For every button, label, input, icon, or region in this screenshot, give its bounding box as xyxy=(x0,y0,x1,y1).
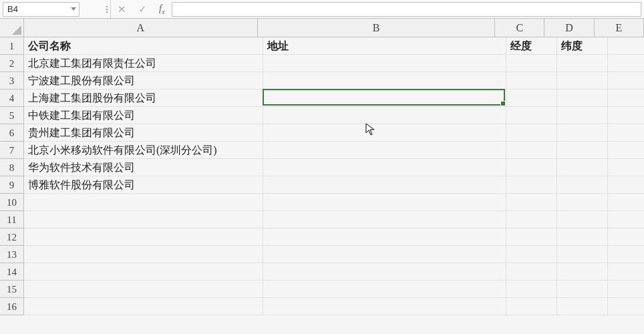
cell[interactable]: 北京建工集团有限责任公司 xyxy=(24,55,263,72)
row-header-6[interactable]: 6 xyxy=(0,124,24,142)
confirm-icon[interactable]: ✓ xyxy=(138,3,147,15)
cell[interactable] xyxy=(263,90,506,107)
cell[interactable]: 地址 xyxy=(263,37,506,55)
col-header-B[interactable]: B xyxy=(258,19,496,37)
cell[interactable] xyxy=(263,55,506,72)
cell[interactable] xyxy=(557,263,608,281)
cell[interactable] xyxy=(24,228,263,246)
row-header-15[interactable]: 15 xyxy=(0,281,24,298)
cell[interactable] xyxy=(506,263,557,281)
row-header-4[interactable]: 4 xyxy=(0,90,24,107)
cell[interactable] xyxy=(506,55,557,72)
cell[interactable] xyxy=(608,142,644,159)
cell[interactable] xyxy=(608,107,644,124)
cell[interactable] xyxy=(506,211,557,228)
row-header-5[interactable]: 5 xyxy=(0,107,24,124)
cell[interactable] xyxy=(608,72,644,90)
cell[interactable] xyxy=(263,298,506,315)
fx-icon[interactable]: fx xyxy=(159,3,165,15)
cell[interactable] xyxy=(263,159,506,176)
cell[interactable] xyxy=(506,246,557,263)
cell[interactable]: 宁波建工股份有限公司 xyxy=(24,72,263,90)
cell[interactable] xyxy=(506,142,557,159)
cell[interactable] xyxy=(557,298,608,315)
col-header-E[interactable]: E xyxy=(595,19,644,37)
cell[interactable]: 中铁建工集团有限公司 xyxy=(24,107,263,124)
cell[interactable]: 上海建工集团股份有限公司 xyxy=(24,90,263,107)
cell[interactable] xyxy=(506,228,557,246)
cell[interactable] xyxy=(506,107,557,124)
cell[interactable] xyxy=(608,263,644,281)
row-header-11[interactable]: 11 xyxy=(0,211,24,228)
cell[interactable] xyxy=(557,246,608,263)
cell[interactable]: 经度 xyxy=(506,37,557,55)
cell[interactable] xyxy=(557,228,608,246)
row-header-9[interactable]: 9 xyxy=(0,176,24,194)
row-header-1[interactable]: 1 xyxy=(0,37,24,55)
row-header-8[interactable]: 8 xyxy=(0,159,24,176)
cell[interactable] xyxy=(263,107,506,124)
cell[interactable] xyxy=(263,142,506,159)
cancel-icon[interactable]: ✕ xyxy=(118,3,126,15)
cell[interactable] xyxy=(608,124,644,142)
cell[interactable] xyxy=(608,90,644,107)
cell[interactable] xyxy=(506,194,557,211)
cell[interactable] xyxy=(263,176,506,194)
chevron-down-icon[interactable] xyxy=(71,7,76,11)
cell[interactable] xyxy=(24,263,263,281)
cell[interactable] xyxy=(24,298,263,315)
select-all-corner[interactable] xyxy=(0,19,24,37)
cell[interactable] xyxy=(608,228,644,246)
cell[interactable] xyxy=(263,72,506,90)
cell[interactable] xyxy=(263,124,506,142)
formula-input[interactable] xyxy=(172,2,641,17)
cell[interactable] xyxy=(608,159,644,176)
row-header-13[interactable]: 13 xyxy=(0,246,24,263)
cell[interactable]: 华为软件技术有限公司 xyxy=(24,159,263,176)
cell[interactable] xyxy=(263,246,506,263)
cell[interactable] xyxy=(557,194,608,211)
cell[interactable] xyxy=(506,124,557,142)
name-box[interactable]: B4 xyxy=(3,2,79,17)
row-header-2[interactable]: 2 xyxy=(0,55,24,72)
cell[interactable] xyxy=(263,228,506,246)
col-header-D[interactable]: D xyxy=(544,19,594,37)
cell[interactable] xyxy=(608,176,644,194)
cell[interactable] xyxy=(608,55,644,72)
cell[interactable] xyxy=(506,298,557,315)
row-header-3[interactable]: 3 xyxy=(0,72,24,90)
cell[interactable] xyxy=(557,176,608,194)
cell[interactable] xyxy=(608,246,644,263)
row-header-7[interactable]: 7 xyxy=(0,142,24,159)
cell[interactable] xyxy=(506,281,557,298)
cell[interactable]: 纬度 xyxy=(557,37,608,55)
cell[interactable] xyxy=(263,281,506,298)
cell[interactable] xyxy=(557,72,608,90)
cell[interactable]: 公司名称 xyxy=(24,37,263,55)
cell[interactable] xyxy=(557,211,608,228)
cell[interactable] xyxy=(608,194,644,211)
cell[interactable]: 北京小米移动软件有限公司(深圳分公司) xyxy=(24,142,263,159)
name-box-resize[interactable] xyxy=(79,6,110,13)
cell[interactable] xyxy=(608,298,644,315)
col-header-C[interactable]: C xyxy=(495,19,544,37)
row-header-16[interactable]: 16 xyxy=(0,298,24,315)
cell[interactable]: 博雅软件股份有限公司 xyxy=(24,176,263,194)
col-header-A[interactable]: A xyxy=(24,19,258,37)
cell[interactable] xyxy=(506,159,557,176)
cell[interactable] xyxy=(557,55,608,72)
cell[interactable] xyxy=(506,90,557,107)
cell[interactable] xyxy=(557,142,608,159)
row-header-14[interactable]: 14 xyxy=(0,263,24,281)
cell[interactable] xyxy=(608,211,644,228)
cell[interactable] xyxy=(608,281,644,298)
cell[interactable] xyxy=(557,124,608,142)
row-header-12[interactable]: 12 xyxy=(0,228,24,246)
cell[interactable] xyxy=(557,159,608,176)
cell[interactable] xyxy=(506,176,557,194)
cell[interactable] xyxy=(608,37,644,55)
cell[interactable]: 贵州建工集团有限公司 xyxy=(24,124,263,142)
cell[interactable] xyxy=(263,263,506,281)
cells-area[interactable]: 公司名称 地址 经度 纬度 北京建工集团有限责任公司宁波建工股份有限公司上海建工… xyxy=(24,37,644,315)
cell[interactable] xyxy=(557,107,608,124)
